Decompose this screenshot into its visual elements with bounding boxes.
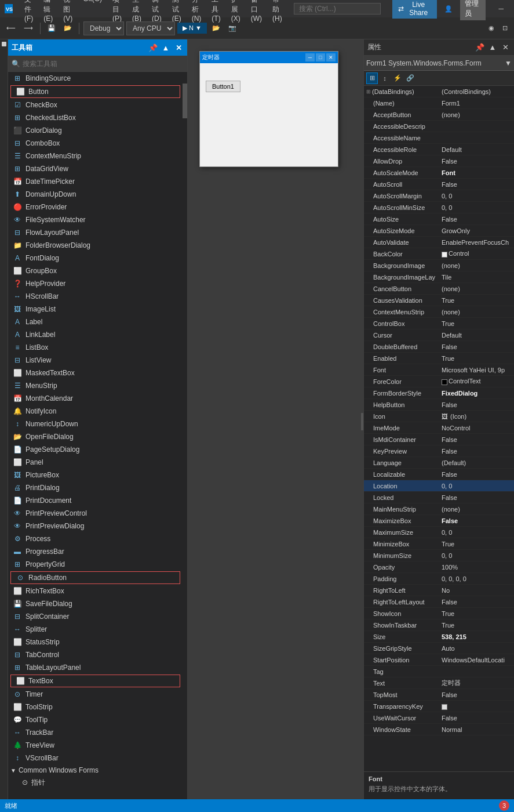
minimize-button[interactable]: ─ xyxy=(490,0,512,17)
toolbox-item-tablelayoutpanel[interactable]: ⊞TableLayoutPanel xyxy=(8,661,183,674)
menu-item-v[interactable]: 视图(V) xyxy=(59,0,77,24)
toolbox-item-button[interactable]: ⬜Button xyxy=(10,85,180,98)
props-row-forecolor[interactable]: ForeColorControlText xyxy=(364,376,514,387)
props-row-showintaskbar[interactable]: ShowInTaskbarTrue xyxy=(364,619,514,631)
toolbar-save[interactable]: 💾 xyxy=(45,23,59,34)
toolbox-item-imagelist[interactable]: 🖼ImageList xyxy=(8,303,183,316)
expand-icon[interactable]: ▲ xyxy=(161,42,171,53)
props-row-backgroundimagelay[interactable]: BackgroundImageLayTile xyxy=(364,271,514,283)
menu-item-e[interactable]: 测试(E) xyxy=(167,0,186,24)
toolbox-item-propertygrid[interactable]: ⊞PropertyGrid xyxy=(8,558,183,571)
toolbox-item-listview[interactable]: ⊟ListView xyxy=(8,354,183,367)
props-row-autoscalemode[interactable]: AutoScaleModeFont xyxy=(364,167,514,179)
toolbox-item-monthcalendar[interactable]: 📅MonthCalendar xyxy=(8,392,183,405)
toolbox-item-statusstrip[interactable]: ⬜StatusStrip xyxy=(8,636,183,648)
toolbox-section-common[interactable]: ▼Common Windows Forms xyxy=(8,764,183,776)
props-row-righttoleftlayout[interactable]: RightToLeftLayoutFalse xyxy=(364,596,514,608)
toolbox-item-panel[interactable]: ⬜Panel xyxy=(8,456,183,469)
toolbox-item-folderbrowserdialog[interactable]: 📁FolderBrowserDialog xyxy=(8,239,183,252)
form-button-control[interactable]: Button1 xyxy=(206,81,240,92)
toolbox-item-picturebox[interactable]: 🖼PictureBox xyxy=(8,469,183,481)
props-row-autoscroll[interactable]: AutoScrollFalse xyxy=(364,179,514,190)
props-row-helpbutton[interactable]: HelpButtonFalse xyxy=(364,399,514,411)
toolbox-item-combobox[interactable]: ⊟ComboBox xyxy=(8,137,183,150)
toolbox-item-notifyicon[interactable]: 🔔NotifyIcon xyxy=(8,405,183,418)
props-sort-category[interactable]: ⊞ xyxy=(366,72,378,84)
props-row-sizegripstyle[interactable]: SizeGripStyleAuto xyxy=(364,643,514,654)
toolbox-item-listbox[interactable]: ≡ListBox xyxy=(8,341,183,354)
toolbox-item-toolstrip[interactable]: ⬜ToolStrip xyxy=(8,701,183,713)
props-binding[interactable]: 🔗 xyxy=(404,72,416,84)
props-row-backcolor[interactable]: BackColorControl xyxy=(364,248,514,260)
props-row-imemode[interactable]: ImeModeNoControl xyxy=(364,422,514,434)
props-row-accessibledescrip[interactable]: AccessibleDescrip xyxy=(364,121,514,132)
toolbox-item-savefiledialog[interactable]: 💾SaveFileDialog xyxy=(8,597,183,610)
props-row-maximizebox[interactable]: MaximizeBoxFalse xyxy=(364,515,514,527)
toolbox-item-printdialog[interactable]: 🖨PrintDialog xyxy=(8,481,183,494)
config-dropdown[interactable]: Debug xyxy=(83,21,124,35)
toolbox-item-splitter[interactable]: ↔Splitter xyxy=(8,623,183,636)
live-share-button[interactable]: ⇄ Live Share xyxy=(392,0,437,19)
props-row-padding[interactable]: Padding0, 0, 0, 0 xyxy=(364,573,514,585)
toolbox-item-contextmenustrip[interactable]: ☰ContextMenuStrip xyxy=(8,150,183,162)
menu-item-b[interactable]: 生成(B) xyxy=(127,0,146,24)
props-row-name[interactable]: (Name)Form1 xyxy=(364,97,514,109)
props-close-icon[interactable]: ✕ xyxy=(500,42,511,53)
props-row-acceptbutton[interactable]: AcceptButton(none) xyxy=(364,109,514,121)
run-button[interactable]: ▶ N ▼ xyxy=(177,23,207,34)
props-row-autovalidate[interactable]: AutoValidateEnablePreventFocusCh xyxy=(364,237,514,248)
props-row-size[interactable]: Size538, 215 xyxy=(364,631,514,643)
panel-close-icon[interactable]: ✕ xyxy=(173,42,184,53)
props-row-contextmenustrip[interactable]: ContextMenuStrip(none) xyxy=(364,306,514,318)
props-events[interactable]: ⚡ xyxy=(392,72,403,84)
props-row-mainmenustrip[interactable]: MainMenuStrip(none) xyxy=(364,503,514,515)
props-row-causesvalidation[interactable]: CausesValidationTrue xyxy=(364,295,514,306)
toolbox-item-menustrip[interactable]: ☰MenuStrip xyxy=(8,379,183,392)
user-avatar[interactable]: 👤 xyxy=(442,3,455,14)
menu-item-n[interactable]: 分析(N) xyxy=(187,0,206,24)
toolbox-item-domainupdown[interactable]: ⬆DomainUpDown xyxy=(8,188,183,201)
toolbox-item-groupbox[interactable]: ⬜GroupBox xyxy=(8,264,183,277)
props-row-formborderstyle[interactable]: FormBorderStyleFixedDialog xyxy=(364,387,514,399)
user-name[interactable]: 管理员 xyxy=(460,0,486,20)
toolbox-search-input[interactable] xyxy=(23,60,184,68)
toolbar-extra2[interactable]: ⊡ xyxy=(500,23,511,34)
toolbox-item-textbox[interactable]: ⬜TextBox xyxy=(10,675,180,687)
props-row-controlbox[interactable]: ControlBoxTrue xyxy=(364,318,514,329)
menu-item-d[interactable]: 调试(D) xyxy=(147,0,166,24)
toolbox-item-openfiledialog[interactable]: 📂OpenFileDialog xyxy=(8,430,183,443)
props-row-enabled[interactable]: EnabledTrue xyxy=(364,353,514,364)
props-pin-icon[interactable]: 📌 xyxy=(475,42,485,53)
menu-item-p[interactable]: 项目(P) xyxy=(108,0,126,24)
props-row-tag[interactable]: Tag xyxy=(364,666,514,677)
props-expand-icon[interactable]: ▲ xyxy=(487,42,498,53)
props-row-opacity[interactable]: Opacity100% xyxy=(364,561,514,573)
toolbox-item-vscrollbar[interactable]: ↕VScrollBar xyxy=(8,752,183,764)
toolbox-item-fontdialog[interactable]: AFontDialog xyxy=(8,252,183,264)
toolbox-item-flowlayoutpanel[interactable]: ⊟FlowLayoutPanel xyxy=(8,226,183,239)
toolbar-undo[interactable]: ⟵ xyxy=(3,23,19,34)
toolbox-item-pagesetupdialog[interactable]: 📄PageSetupDialog xyxy=(8,443,183,456)
menu-item-w[interactable]: 窗口(W) xyxy=(246,0,267,24)
props-row-accessiblename[interactable]: AccessibleName xyxy=(364,132,514,144)
toolbox-item-richtextbox[interactable]: ⬜RichTextBox xyxy=(8,585,183,597)
props-row-minimumsize[interactable]: MinimumSize0, 0 xyxy=(364,550,514,561)
props-row-righttoleft[interactable]: RightToLeftNo xyxy=(364,585,514,596)
toolbox-item-checkbox[interactable]: ☑CheckBox xyxy=(8,99,183,111)
toolbox-item-label[interactable]: ALabel xyxy=(8,316,183,328)
props-row-language[interactable]: Language(Default) xyxy=(364,457,514,469)
menu-item-gitg[interactable]: Git(G) xyxy=(78,0,107,24)
props-row-keypreview[interactable]: KeyPreviewFalse xyxy=(364,445,514,457)
toolbar-extra1[interactable]: ◉ xyxy=(486,23,497,34)
props-row-topmost[interactable]: TopMostFalse xyxy=(364,689,514,701)
props-row-font[interactable]: FontMicrosoft YaHei UI, 9p xyxy=(364,364,514,376)
toolbar-attach[interactable]: 📂 xyxy=(209,23,223,34)
props-row-windowstate[interactable]: WindowStateNormal xyxy=(364,724,514,735)
props-row-autosizemode[interactable]: AutoSizeModeGrowOnly xyxy=(364,225,514,237)
toolbox-item-errorprovider[interactable]: 🔴ErrorProvider xyxy=(8,201,183,213)
toolbar-redo[interactable]: ⟶ xyxy=(21,23,36,34)
toolbox-item-linklabel[interactable]: ALinkLabel xyxy=(8,328,183,341)
toolbox-item-splitcontainer[interactable]: ⊟SplitContainer xyxy=(8,610,183,623)
toolbox-item-process[interactable]: ⚙Process xyxy=(8,532,183,545)
props-row-icon[interactable]: Icon🖼(Icon) xyxy=(364,411,514,422)
